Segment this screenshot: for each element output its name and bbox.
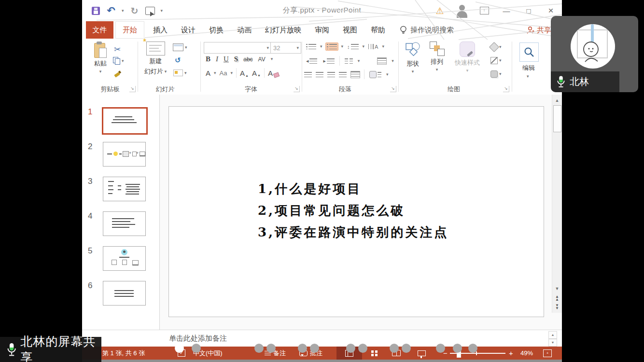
notes-toggle-button[interactable]: 备注: [265, 347, 286, 360]
distribute-button[interactable]: [350, 71, 360, 78]
clear-formatting-button[interactable]: A: [268, 69, 279, 77]
webcam-tile[interactable]: ? 北林: [551, 16, 638, 92]
tab-file[interactable]: 文件: [86, 21, 113, 39]
justify-button[interactable]: [339, 72, 347, 77]
maximize-button[interactable]: □: [518, 0, 540, 21]
font-color-button[interactable]: A: [206, 69, 210, 77]
tab-home[interactable]: 开始: [115, 21, 144, 39]
increase-indent-button[interactable]: ▶: [322, 57, 335, 65]
notes-scroll-down-icon[interactable]: ▼: [548, 339, 557, 347]
arrange-button[interactable]: 排列 ▾: [426, 42, 448, 72]
paste-button[interactable]: 粘贴 ▾: [89, 42, 112, 74]
previous-slide-button[interactable]: ▲▲: [553, 295, 561, 301]
shape-outline-button[interactable]: ▾: [490, 57, 502, 64]
shrink-font-button[interactable]: A▼: [252, 69, 261, 77]
zoom-in-button[interactable]: +: [509, 347, 513, 360]
align-text-button[interactable]: [376, 56, 388, 66]
cut-button[interactable]: ✂: [114, 44, 121, 55]
quick-styles-button[interactable]: 快速样式 ▾: [450, 42, 485, 73]
slide-body-text[interactable]: 1,什么是好项目 2,项目常见问题怎么破 3,评委在路演中特别的关注点: [258, 178, 448, 243]
slide-scrollbar[interactable]: ▲ ▼ ▲▲ ▼▼: [552, 95, 562, 313]
zoom-level[interactable]: 49%: [520, 347, 533, 360]
warning-icon[interactable]: ⚠: [429, 0, 451, 21]
shape-effects-button[interactable]: ▾: [490, 70, 502, 78]
shapes-button[interactable]: 形状 ▾: [402, 42, 424, 74]
font-dialog-launcher[interactable]: ↘: [294, 86, 300, 92]
font-size-combo[interactable]: 32▾: [270, 42, 301, 54]
thumbnail-slide-5[interactable]: [103, 246, 146, 271]
strikethrough-button[interactable]: abc: [243, 56, 252, 63]
slide-layout-button[interactable]: ▾: [173, 43, 187, 51]
notes-scroll-up-icon[interactable]: ▲: [548, 331, 557, 339]
zoom-out-button[interactable]: −: [443, 347, 448, 360]
scrollbar-thumb[interactable]: [553, 105, 561, 132]
columns-button[interactable]: [344, 57, 354, 65]
align-right-button[interactable]: [327, 72, 335, 77]
slide-canvas[interactable]: 1,什么是好项目 2,项目常见问题怎么破 3,评委在路演中特别的关注点: [168, 106, 544, 317]
copy-button[interactable]: ▾: [113, 57, 124, 65]
slide-sorter-view-button[interactable]: [366, 347, 382, 360]
zoom-slider-thumb[interactable]: [457, 349, 461, 358]
section-button[interactable]: ▾: [173, 70, 187, 76]
align-left-button[interactable]: [304, 72, 312, 77]
thumbnail-slide-6[interactable]: [103, 281, 146, 306]
thumbnail-slide-4[interactable]: [103, 211, 146, 236]
slide-line-3[interactable]: 3,评委在路演中特别的关注点: [258, 222, 448, 243]
tab-view[interactable]: 视图: [336, 21, 364, 39]
font-name-combo[interactable]: ▾: [204, 42, 271, 54]
character-spacing-button[interactable]: AV: [258, 56, 266, 63]
notes-placeholder[interactable]: 单击此处添加备注: [169, 334, 227, 343]
drawing-dialog-launcher[interactable]: ↘: [503, 86, 509, 92]
text-shadow-button[interactable]: S: [234, 55, 238, 63]
tab-animations[interactable]: 动画: [230, 21, 258, 39]
change-case-button[interactable]: Aa: [220, 70, 227, 77]
normal-view-button[interactable]: [336, 347, 362, 360]
grow-font-button[interactable]: A▲: [240, 69, 249, 77]
decrease-indent-button[interactable]: ◀: [305, 57, 318, 65]
bullets-button[interactable]: [305, 43, 317, 50]
scroll-up-icon[interactable]: ▲: [553, 97, 561, 104]
fit-to-window-button[interactable]: +: [543, 347, 552, 360]
line-spacing-button[interactable]: ↕: [346, 43, 360, 51]
minimize-button[interactable]: —: [495, 0, 518, 21]
bold-button[interactable]: B: [206, 55, 210, 63]
tab-review[interactable]: 审阅: [308, 21, 336, 39]
scroll-down-icon[interactable]: ▼: [553, 285, 561, 292]
italic-button[interactable]: I: [216, 55, 218, 63]
tab-help[interactable]: 帮助: [364, 21, 392, 39]
thumbnail-slide-3[interactable]: [103, 177, 146, 201]
shape-fill-button[interactable]: ▾: [490, 43, 502, 51]
language-button[interactable]: 中文(中国): [193, 347, 223, 360]
proofing-button[interactable]: ✓: [178, 347, 185, 360]
format-painter-button[interactable]: [114, 70, 121, 77]
reading-view-button[interactable]: [388, 347, 405, 360]
paragraph-dialog-launcher[interactable]: ↘: [390, 86, 396, 92]
convert-smartart-button[interactable]: [368, 70, 382, 79]
share-button[interactable]: 共享: [526, 21, 551, 39]
ribbon-display-options-button[interactable]: ↑: [473, 0, 495, 21]
thumbnail-slide-1[interactable]: [102, 107, 148, 135]
next-slide-button[interactable]: ▼▼: [553, 304, 561, 310]
slideshow-view-button[interactable]: [413, 347, 430, 360]
tab-slideshow[interactable]: 幻灯片放映: [258, 21, 308, 39]
editing-caret-icon[interactable]: ▾: [527, 74, 529, 79]
tab-insert[interactable]: 插入: [146, 21, 174, 39]
account-button[interactable]: [451, 0, 473, 21]
tell-me-search[interactable]: 操作说明搜索: [392, 21, 454, 39]
underline-button[interactable]: U: [224, 55, 229, 63]
align-center-button[interactable]: [316, 72, 323, 77]
slide-line-1[interactable]: 1,什么是好项目: [258, 178, 448, 200]
new-slide-button[interactable]: * 新建 幻灯片▾: [142, 42, 169, 76]
notes-scrollbar[interactable]: ▲ ▼: [548, 331, 557, 346]
tab-design[interactable]: 设计: [174, 21, 202, 39]
notes-pane[interactable]: 单击此处添加备注 ▲ ▼: [82, 330, 562, 347]
numbering-button[interactable]: [325, 42, 338, 51]
clipboard-dialog-launcher[interactable]: ↘: [129, 86, 136, 92]
reset-slide-button[interactable]: ↻: [175, 56, 181, 65]
text-direction-button[interactable]: A: [367, 43, 379, 51]
slide-line-2[interactable]: 2,项目常见问题怎么破: [258, 200, 448, 222]
comments-toggle-button[interactable]: 批注: [299, 347, 322, 360]
thumbnail-slide-2[interactable]: + +: [103, 142, 146, 167]
tab-transitions[interactable]: 切换: [202, 21, 230, 39]
find-button[interactable]: [519, 42, 539, 62]
